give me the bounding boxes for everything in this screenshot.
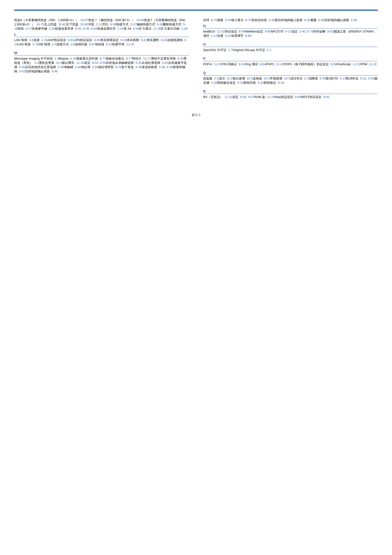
page-ref[interactable]: 11-30 <box>76 61 84 65</box>
page-ref[interactable]: 8-82 <box>328 30 334 33</box>
page-ref[interactable]: 5-45 <box>19 65 25 69</box>
page-ref[interactable]: 5-17 <box>26 27 32 30</box>
page-ref[interactable]: 11-30 <box>153 27 161 30</box>
page-ref[interactable]: 5-48, 8-36 <box>159 65 173 69</box>
page-ref[interactable]: 8-59 <box>239 30 245 33</box>
page-ref[interactable]: 8-75 <box>245 18 251 22</box>
page-ref[interactable]: 6-67 <box>89 43 95 46</box>
page-ref[interactable]: 8-77 <box>126 57 132 60</box>
page-ref[interactable]: 8-75 <box>211 18 217 22</box>
page-ref[interactable]: 8-58 <box>331 62 337 66</box>
page-ref[interactable]: 8-35, 8-36, 8-42 <box>75 27 97 30</box>
page-ref[interactable]: 11-32 <box>276 62 284 66</box>
page-ref[interactable]: 10-2 <box>227 77 233 80</box>
page-ref[interactable]: 11-32 <box>126 43 134 46</box>
page-ref[interactable]: 2-6 <box>29 38 33 42</box>
page-ref[interactable]: 8-54, 8-56 <box>92 61 106 65</box>
page-ref[interactable]: 2-11 <box>96 22 102 26</box>
page-ref[interactable]: 2-6 <box>71 43 75 46</box>
page-ref[interactable]: 4-17 <box>285 30 292 33</box>
page-ref[interactable]: 8-77 <box>100 57 106 60</box>
page-ref[interactable]: 8-55, 8-57 <box>240 95 254 99</box>
page-ref[interactable]: 10-83 <box>80 22 88 26</box>
page-ref[interactable]: 2-2 <box>214 77 219 80</box>
page-ref[interactable]: 1-7 <box>228 48 233 52</box>
page-ref[interactable]: 8-65 <box>265 30 271 33</box>
page-ref[interactable]: 8-22 <box>106 43 112 46</box>
page-ref[interactable]: 10-2 <box>264 77 270 80</box>
page-ref[interactable]: 5-22, 5-42 <box>360 77 374 80</box>
page-ref[interactable]: 9-20 <box>257 81 264 84</box>
page-ref[interactable]: 1-8 <box>55 57 59 60</box>
page-ref[interactable]: 5-17 <box>130 22 137 26</box>
page-ref[interactable]: 8-60 <box>94 38 100 42</box>
page-ref[interactable]: 1-7 <box>267 48 271 52</box>
section-header-Q: Q <box>203 71 378 75</box>
page-ref[interactable]: 3-33 <box>269 18 275 22</box>
page-ref[interactable]: 8-44 <box>133 27 139 30</box>
page-ref[interactable]: 10-4 <box>56 61 62 65</box>
page-ref[interactable]: 5-46 <box>58 65 64 69</box>
page-ref[interactable]: 2-9 <box>52 43 57 46</box>
page-ref[interactable]: 2-7 <box>41 38 46 42</box>
page-ref[interactable]: 5-45 <box>136 61 142 65</box>
index-entry: LAN 电缆 2-6 <box>14 38 33 42</box>
page-ref[interactable]: 5-38 <box>136 65 142 69</box>
page-ref[interactable]: 2-26 <box>211 81 217 84</box>
page-ref[interactable]: 2-26 <box>49 27 55 30</box>
page-ref[interactable]: 9-23 <box>161 38 167 42</box>
page-ref[interactable]: 8-60 <box>295 95 301 99</box>
page-ref[interactable]: 2-28 <box>181 27 188 30</box>
page-ref[interactable]: 8-64 <box>260 62 266 66</box>
page-ref[interactable]: 3-33 <box>92 65 98 69</box>
page-ref[interactable]: 4-15 <box>340 77 346 80</box>
page-ref[interactable]: 2-2 <box>304 77 309 80</box>
page-ref[interactable]: 10-2 <box>247 77 253 80</box>
page-ref[interactable]: 4-16 <box>70 57 76 60</box>
page-ref[interactable]: 9-19 <box>278 81 284 84</box>
page-ref[interactable]: 2-40, 8-73 <box>299 30 313 33</box>
page-ref[interactable]: 11-32 <box>217 30 225 33</box>
page-ref[interactable]: 9-22 <box>141 38 147 42</box>
page-ref[interactable]: 10-82 <box>58 22 66 26</box>
page-ref[interactable]: 10-65 <box>136 18 144 22</box>
page-ref[interactable]: 8-61 <box>68 38 74 42</box>
page-ref[interactable]: 10-67 <box>80 18 88 22</box>
index-entry: 协议设定 8-58 <box>317 62 337 66</box>
page-ref[interactable]: 5-49 <box>318 18 324 22</box>
index-entry: LDAP <box>46 38 54 42</box>
page-ref[interactable]: 5-43 <box>162 61 168 65</box>
page-ref[interactable]: 2-4 <box>34 61 39 65</box>
index-entry: 单触键 3-40 <box>64 65 81 69</box>
page-ref[interactable]: 5-44 <box>225 18 231 22</box>
index-entry: 发送前检查 5-48, 8-36 <box>142 65 173 69</box>
page-ref[interactable]: 8-80 <box>245 34 251 37</box>
page-ref[interactable]: 9-19 <box>237 81 243 84</box>
page-ref[interactable]: 2-7 <box>33 43 37 46</box>
page-ref[interactable]: 9-22 <box>121 38 127 42</box>
page-ref[interactable]: 1-11 <box>211 34 217 37</box>
page-ref[interactable]: 10-3 <box>284 77 290 80</box>
page-ref[interactable]: 8-62 <box>323 95 330 99</box>
page-ref[interactable]: 11-33 <box>267 95 275 99</box>
page-ref[interactable]: 11-33 <box>225 95 232 99</box>
page-ref[interactable]: 5-18 <box>157 22 163 26</box>
page-ref[interactable]: 6-36 <box>320 77 326 80</box>
page-ref[interactable]: 11-17 <box>143 57 151 60</box>
page-ref[interactable]: 9-31 <box>239 62 245 66</box>
page-ref[interactable]: 8-75 <box>115 65 121 69</box>
page-ref[interactable]: 8-36 <box>304 18 310 22</box>
page-ref[interactable]: 11-32 <box>353 62 360 66</box>
page-ref[interactable]: 5-48 <box>52 70 58 73</box>
page-ref[interactable]: 11-32 <box>214 62 221 66</box>
page-ref[interactable]: 5-47 <box>19 70 25 73</box>
page-ref[interactable]: 2-44 <box>117 27 124 30</box>
page-ref[interactable]: 10-70 <box>36 22 44 26</box>
page-ref[interactable]: 6-32 <box>225 34 231 37</box>
page-ref[interactable]: 11-32 <box>369 62 377 66</box>
page-ref[interactable]: 6-58 <box>110 22 116 26</box>
page-ref[interactable]: 3-40 <box>75 65 81 69</box>
page-ref[interactable]: 5-48 <box>351 18 357 22</box>
page-ref[interactable]: 8-30 <box>177 57 184 60</box>
index-entry: 连接方法 2-6 <box>57 43 75 46</box>
